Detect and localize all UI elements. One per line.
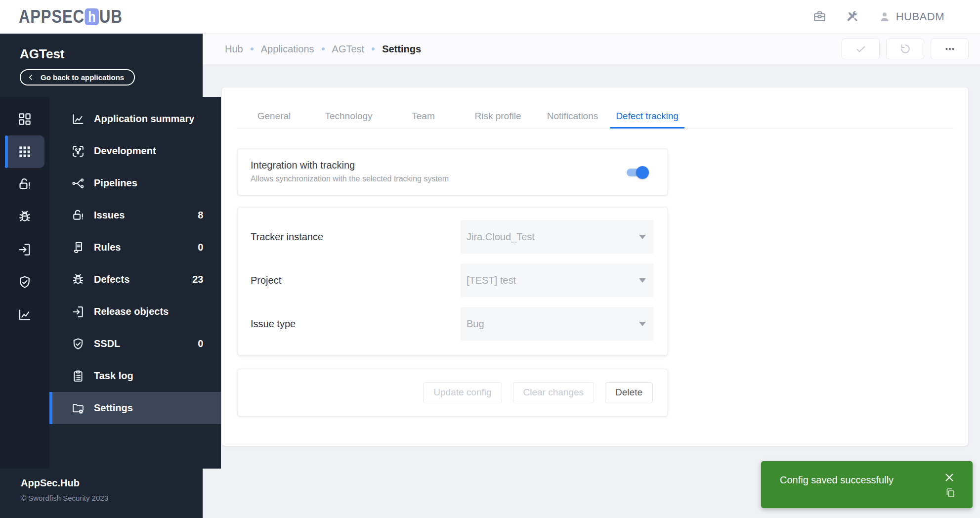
- menu-item-label: Application summary: [94, 113, 194, 125]
- sidebar-item-task-log[interactable]: Task log: [49, 360, 221, 392]
- toolbox-icon[interactable]: [812, 9, 827, 24]
- content-header: Hub Applications AGTest Settings: [203, 34, 980, 64]
- line-chart-icon: [17, 307, 32, 322]
- project-row: Project [TEST] test: [251, 263, 653, 297]
- restore-button[interactable]: [886, 39, 924, 59]
- user-menu[interactable]: HUBADM: [878, 10, 944, 23]
- logo-text-left: APPSEC: [19, 6, 85, 27]
- confirm-button[interactable]: [842, 39, 880, 59]
- rail-item-defects[interactable]: [5, 201, 44, 233]
- update-config-button[interactable]: Update config: [423, 382, 502, 403]
- rail-item-ssdl[interactable]: [5, 266, 44, 299]
- sidebar-footer: AppSec.Hub © Swordfish Security 2023: [0, 469, 203, 518]
- rail-item-applications[interactable]: [5, 135, 44, 168]
- tools-icon[interactable]: [846, 10, 859, 24]
- restore-icon: [899, 43, 912, 55]
- user-icon: [878, 10, 891, 23]
- menu-item-count: 8: [198, 210, 203, 221]
- integration-toggle[interactable]: [627, 168, 647, 177]
- menu-item-label: Development: [94, 145, 156, 157]
- sidebar-item-settings[interactable]: Settings: [49, 392, 221, 424]
- issue-type-row: Issue type Bug: [251, 307, 653, 341]
- shield-check-icon: [17, 275, 32, 290]
- go-back-to-applications-button[interactable]: Go back to applications: [20, 69, 135, 86]
- project-name: AGTest: [20, 46, 203, 62]
- close-icon[interactable]: [943, 471, 956, 484]
- sidebar-item-development[interactable]: Development: [49, 135, 221, 167]
- exit-icon: [71, 305, 85, 319]
- sidebar-item-ssdl[interactable]: SSDL 0: [49, 328, 221, 360]
- shield-check-icon: [71, 337, 85, 351]
- top-bar: APPSEC h UB HUBADM: [0, 0, 980, 34]
- tracker-instance-select[interactable]: Jira.Cloud_Test: [461, 220, 654, 254]
- menu-item-label: Release objects: [94, 306, 169, 317]
- sidebar-item-issues[interactable]: Issues 8: [49, 199, 221, 231]
- rail-item-dashboard[interactable]: [5, 103, 44, 135]
- chevron-left-icon: [27, 74, 35, 81]
- topbar-right: HUBADM: [812, 9, 944, 24]
- tab-team[interactable]: Team: [386, 104, 461, 128]
- menu-item-label: Rules: [94, 242, 121, 253]
- menu-item-label: Settings: [94, 402, 133, 414]
- scroll-icon: [71, 241, 85, 255]
- project-value: [TEST] test: [467, 275, 516, 286]
- footer-brand: AppSec.Hub: [21, 477, 203, 489]
- menu-item-label: SSDL: [94, 338, 120, 349]
- sidebar-item-pipelines[interactable]: Pipelines: [49, 167, 221, 199]
- logo-h-square: h: [85, 8, 99, 25]
- breadcrumb-settings-current: Settings: [382, 43, 421, 55]
- back-button-label: Go back to applications: [41, 73, 124, 82]
- toast-message: Config saved successfully: [780, 475, 894, 486]
- rail-item-release[interactable]: [5, 233, 44, 266]
- rail-item-reports[interactable]: [5, 299, 44, 331]
- integration-subtitle: Allows synchronization with the selected…: [251, 174, 667, 183]
- dropdown-arrow-icon: [639, 322, 646, 326]
- rail-item-issues[interactable]: [5, 168, 44, 201]
- delete-button[interactable]: Delete: [605, 382, 653, 403]
- sidebar-item-release-objects[interactable]: Release objects: [49, 296, 221, 328]
- tab-defect-tracking[interactable]: Defect tracking: [610, 104, 684, 128]
- tracker-instance-row: Tracker instance Jira.Cloud_Test: [251, 220, 653, 254]
- tracker-form-card: Tracker instance Jira.Cloud_Test Project…: [238, 207, 668, 355]
- sidebar-item-application-summary[interactable]: Application summary: [49, 103, 221, 135]
- breadcrumb-separator-dot: [372, 47, 375, 50]
- breadcrumb-separator-dot: [251, 47, 254, 50]
- more-options-button[interactable]: [931, 39, 969, 59]
- bug-icon: [17, 210, 32, 224]
- menu-item-label: Issues: [94, 210, 125, 221]
- clear-changes-button[interactable]: Clear changes: [513, 382, 595, 403]
- exit-icon: [17, 242, 32, 257]
- app-root: APPSEC h UB HUBADM AGTest Go back to app…: [0, 0, 980, 518]
- tab-risk-profile[interactable]: Risk profile: [461, 104, 535, 128]
- project-select[interactable]: [TEST] test: [461, 263, 654, 297]
- pipeline-fork-icon: [71, 176, 85, 190]
- sidebar: AGTest Go back to applications Applicati…: [0, 34, 203, 518]
- issue-type-value: Bug: [467, 318, 484, 330]
- breadcrumb-applications[interactable]: Applications: [261, 43, 314, 55]
- footer-copyright: © Swordfish Security 2023: [21, 494, 203, 502]
- tab-general[interactable]: General: [237, 104, 311, 128]
- menu-item-label: Task log: [94, 370, 133, 382]
- issue-type-select[interactable]: Bug: [461, 307, 654, 341]
- username: HUBADM: [896, 10, 944, 23]
- integration-title: Integration with tracking: [251, 160, 667, 171]
- lock-open-alert-icon: [17, 177, 32, 192]
- copy-icon[interactable]: [944, 487, 956, 499]
- breadcrumb-hub[interactable]: Hub: [225, 43, 243, 55]
- apps-grid-icon: [17, 144, 32, 159]
- integration-card: Integration with tracking Allows synchro…: [238, 149, 668, 195]
- tab-technology[interactable]: Technology: [311, 104, 386, 128]
- appsechub-logo[interactable]: APPSEC h UB: [19, 6, 123, 27]
- breadcrumb-agtest[interactable]: AGTest: [332, 43, 365, 55]
- breadcrumb: Hub Applications AGTest Settings: [225, 34, 421, 64]
- sidebar-menu: Application summary Development Pipeline…: [49, 97, 221, 469]
- tab-notifications[interactable]: Notifications: [535, 104, 610, 128]
- success-toast: Config saved successfully: [761, 461, 973, 508]
- sidebar-item-rules[interactable]: Rules 0: [49, 231, 221, 263]
- menu-item-label: Pipelines: [94, 177, 137, 189]
- more-icon: [943, 43, 956, 55]
- lock-open-alert-icon: [71, 209, 85, 222]
- sidebar-item-defects[interactable]: Defects 23: [49, 263, 221, 296]
- toggle-thumb: [636, 166, 649, 179]
- sidebar-header: AGTest Go back to applications: [0, 34, 203, 97]
